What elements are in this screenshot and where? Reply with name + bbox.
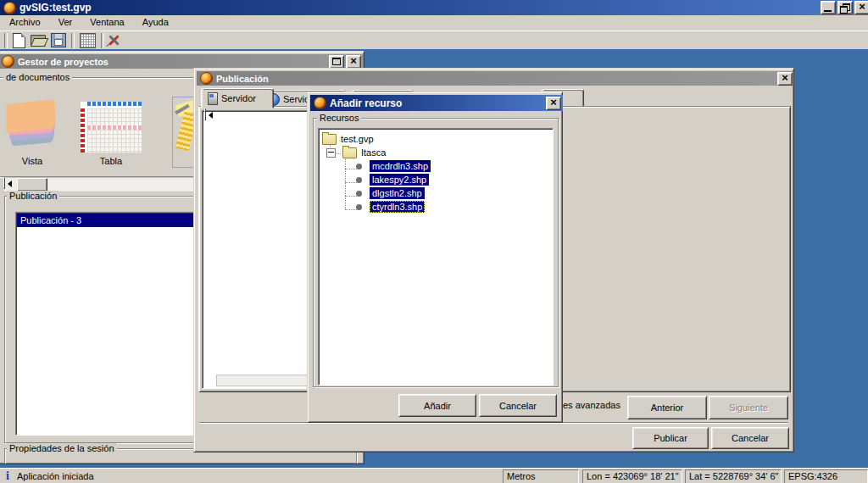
add-resource-titlebar[interactable]: Añadir recurso (310, 95, 563, 111)
server-list[interactable] (202, 110, 315, 389)
publicar-button[interactable]: Publicar (632, 427, 709, 449)
scrollbar-track[interactable] (216, 375, 311, 386)
list-item[interactable]: Publicación - 3 (17, 214, 195, 227)
mdi-desktop: Gestor de proyectos de documentos Vista (0, 49, 868, 468)
project-manager-titlebar[interactable]: Gestor de proyectos (0, 54, 363, 69)
longitude-panel: Lon = 423069° 18' 21" (582, 469, 682, 483)
scroll-left-button[interactable] (3, 177, 5, 189)
tree-node-root[interactable]: test.gvp (322, 132, 374, 146)
toolbar-separator (4, 33, 8, 48)
status-message: Aplicación iniciada (17, 471, 94, 481)
doc-type-vista-label: Vista (5, 156, 59, 166)
recursos-group-label: Recursos (317, 113, 361, 124)
add-resource-dialog: Añadir recurso Recursos test.gvp (307, 92, 563, 423)
new-document-icon[interactable] (13, 33, 25, 48)
tree-connector (345, 169, 357, 169)
scrollbar-thumb[interactable] (17, 178, 47, 192)
bullet-icon (356, 191, 362, 197)
project-manager-title: Gestor de proyectos (18, 57, 108, 67)
menu-bar: Archivo Ver Ventana Ayuda (0, 15, 868, 31)
session-properties-label: Propiedades de la sesión (7, 443, 117, 454)
bullet-icon (356, 177, 362, 183)
doc-type-vista[interactable] (5, 100, 59, 153)
anadir-button[interactable]: Añadir (398, 394, 476, 417)
close-button[interactable] (546, 97, 561, 110)
cancelar-button[interactable]: Cancelar (711, 427, 789, 449)
tree-node-shp[interactable]: mcdrdln3.shp (356, 159, 431, 173)
siguiente-button: Siguiente (709, 396, 788, 419)
project-manager-grid-icon[interactable] (80, 33, 96, 48)
tree-node-shp[interactable]: dlgstln2.shp (356, 186, 425, 200)
close-button[interactable] (777, 72, 793, 86)
main-window-title: gvSIG:test.gvp (19, 2, 92, 14)
info-icon (6, 470, 9, 482)
tree-connector (345, 196, 357, 197)
bullet-icon (356, 164, 362, 169)
gvsig-logo-icon (2, 55, 14, 68)
tree-node-folder[interactable]: Itasca (326, 146, 386, 159)
tab-servidor[interactable]: Servidor (201, 88, 274, 108)
collapse-icon[interactable] (326, 148, 336, 158)
publication-group-label: Publicación (7, 191, 59, 202)
scroll-left-button[interactable] (204, 108, 206, 120)
document-types-group-label: de documentos (3, 72, 72, 83)
cancelar-button[interactable]: Cancelar (479, 394, 557, 417)
maximize-button[interactable] (329, 55, 344, 69)
tree-node-shp[interactable]: ctyrdln3.shp (356, 200, 425, 214)
gvsig-logo-icon (3, 2, 16, 14)
bullet-icon (356, 204, 362, 210)
epsg-panel: EPSG:4326 (784, 469, 868, 483)
table-icon[interactable] (81, 102, 142, 153)
gvsig-application: gvSIG:test.gvp Archivo Ver Ventana Ayuda… (0, 0, 868, 483)
close-button[interactable] (854, 1, 868, 14)
menu-ayuda[interactable]: Ayuda (135, 15, 176, 29)
open-folder-icon[interactable] (31, 35, 46, 46)
gvsig-logo-icon (200, 72, 213, 85)
menu-ver[interactable]: Ver (51, 15, 81, 29)
latitude-panel: Lat = 5228769° 34' 6" (685, 469, 782, 483)
main-titlebar[interactable]: gvSIG:test.gvp (0, 0, 868, 15)
folder-icon (322, 134, 337, 145)
publication-titlebar[interactable]: Publicación (197, 71, 794, 86)
menu-ventana[interactable]: Ventana (82, 15, 131, 29)
anterior-button[interactable]: Anterior (627, 396, 707, 419)
gvsig-logo-icon (314, 97, 326, 109)
add-resource-title: Añadir recurso (330, 97, 402, 109)
minimize-button[interactable] (821, 1, 836, 14)
toolbar-separator (71, 33, 75, 48)
tree-connector (345, 209, 357, 210)
menu-archivo[interactable]: Archivo (2, 15, 48, 29)
restore-button[interactable] (837, 1, 853, 14)
server-icon (208, 92, 218, 105)
status-bar: Aplicación iniciada Metros Lon = 423069°… (0, 468, 868, 483)
resource-tree[interactable]: test.gvp Itasca mcdrdln3.shp lakespy2.sh… (318, 128, 554, 386)
publication-group: Publicación Publicación - 3 (4, 196, 201, 443)
folder-icon (342, 147, 357, 158)
tree-node-shp[interactable]: lakespy2.shp (356, 173, 429, 186)
tree-connector (345, 158, 346, 209)
save-icon[interactable] (51, 33, 66, 47)
publication-title: Publicación (216, 74, 269, 84)
doc-type-tabla-label: Tabla (81, 156, 142, 166)
toolbar (0, 31, 868, 49)
close-button[interactable] (346, 55, 361, 69)
tree-connector (345, 182, 357, 183)
tools-icon[interactable] (107, 33, 122, 47)
units-panel: Metros (503, 469, 579, 483)
advanced-options-label: es avanzadas (563, 400, 620, 410)
publication-list[interactable]: Publicación - 3 (15, 212, 197, 436)
toolbar-separator (101, 33, 104, 48)
